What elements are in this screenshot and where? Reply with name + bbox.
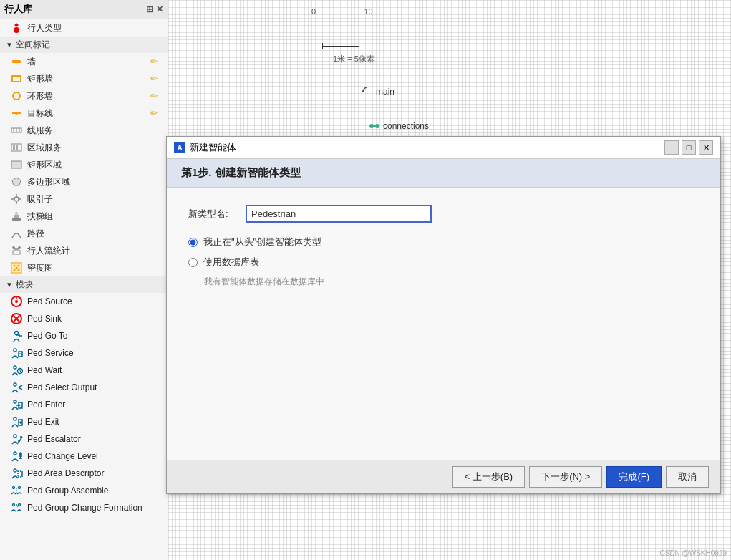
svg-rect-2 xyxy=(12,60,21,63)
path-label: 路径 xyxy=(27,228,44,240)
svg-line-51 xyxy=(19,385,22,387)
ped-change-level-icon xyxy=(10,450,23,463)
sidebar-item-ped-exit[interactable]: Ped Exit xyxy=(0,413,168,430)
svg-line-52 xyxy=(19,387,22,390)
dialog-maximize-button[interactable]: □ xyxy=(682,140,696,155)
sidebar-item-flow-stat[interactable]: 行人流统计 xyxy=(0,242,168,259)
radio-from-scratch-label: 我正在"从头"创建智能体类型 xyxy=(203,236,321,248)
sidebar-item-ped-area-descriptor[interactable]: Ped Area Descriptor xyxy=(0,465,168,482)
ped-select-output-label: Ped Select Output xyxy=(27,382,97,392)
scale-bar-ruler xyxy=(322,43,359,49)
sidebar-title: 行人库 xyxy=(4,3,32,16)
ruler-line xyxy=(323,46,359,47)
back-button[interactable]: < 上一步(B) xyxy=(452,466,526,488)
finish-button[interactable]: 完成(F) xyxy=(606,466,662,488)
sidebar-item-attractor[interactable]: 吸引子 xyxy=(0,190,168,208)
dialog-footer: < 上一步(B) 下一步(N) > 完成(F) 取消 xyxy=(167,460,720,493)
radio-from-scratch-input[interactable] xyxy=(188,238,198,247)
ped-escalator-label: Ped Escalator xyxy=(27,434,81,444)
sidebar-item-path[interactable]: 路径 xyxy=(0,225,168,242)
sidebar-item-wall[interactable]: 墙 ✏ xyxy=(0,53,168,70)
sidebar-item-escalator-group[interactable]: 扶梯组 xyxy=(0,208,168,225)
name-input[interactable] xyxy=(246,205,432,223)
ped-exit-label: Ped Exit xyxy=(27,417,59,427)
svg-point-71 xyxy=(14,469,16,472)
next-button[interactable]: 下一步(N) > xyxy=(529,466,602,488)
name-label: 新类型名: xyxy=(188,208,246,221)
sidebar-item-line-service[interactable]: 线服务 xyxy=(0,122,168,139)
sidebar-item-ped-types[interactable]: 行人类型 xyxy=(0,19,168,37)
sidebar-item-ped-group-assemble[interactable]: Ped Group Assemble xyxy=(0,482,168,499)
svg-point-61 xyxy=(14,435,16,438)
ring-wall-edit-icon[interactable]: ✏ xyxy=(150,91,158,101)
sidebar-grid-icon[interactable]: ⊞ xyxy=(146,4,153,14)
form-name-row: 新类型名: xyxy=(188,205,699,223)
svg-marker-15 xyxy=(12,178,21,185)
sidebar-item-target-line[interactable]: 目标线 ✏ xyxy=(0,105,168,122)
svg-point-32 xyxy=(18,269,20,271)
dialog-close-button[interactable]: ✕ xyxy=(699,140,713,155)
spatial-arrow-icon: ▼ xyxy=(6,41,13,49)
sidebar-item-ped-escalator[interactable]: Ped Escalator xyxy=(0,430,168,448)
sidebar-item-ped-change-level[interactable]: Ped Change Level xyxy=(0,448,168,465)
sidebar-item-density[interactable]: 密度图 xyxy=(0,259,168,276)
svg-rect-12 xyxy=(13,145,15,150)
flow-stat-label: 行人流统计 xyxy=(27,245,70,257)
radio-use-db[interactable]: 使用数据库表 xyxy=(188,256,699,269)
spatial-section-header[interactable]: ▼ 空间标记 xyxy=(0,37,168,53)
area-service-label: 区域服务 xyxy=(27,142,62,154)
svg-point-74 xyxy=(19,487,21,489)
dialog-body: 新类型名: 我正在"从头"创建智能体类型 使用数据库表 我有智能体数据存储在数据… xyxy=(167,188,720,460)
main-refresh-icon xyxy=(362,86,373,97)
radio-from-scratch[interactable]: 我正在"从头"创建智能体类型 xyxy=(188,236,699,248)
svg-point-77 xyxy=(19,504,21,506)
svg-rect-14 xyxy=(11,161,21,168)
svg-line-49 xyxy=(20,371,21,372)
modules-arrow-icon: ▼ xyxy=(6,281,13,289)
svg-point-40 xyxy=(15,332,19,335)
ped-types-label: 行人类型 xyxy=(27,22,62,34)
svg-point-16 xyxy=(14,197,19,201)
svg-point-57 xyxy=(14,417,16,420)
ped-goto-icon xyxy=(10,329,23,342)
sidebar-item-area-service[interactable]: 区域服务 xyxy=(0,139,168,156)
sidebar-item-rect-wall[interactable]: 矩形墙 ✏ xyxy=(0,70,168,87)
cancel-button[interactable]: 取消 xyxy=(666,466,709,488)
step-header-text: 第1步. 创建新智能体类型 xyxy=(181,166,301,178)
svg-point-0 xyxy=(15,24,19,27)
sidebar-item-ring-wall[interactable]: 环形墙 ✏ xyxy=(0,87,168,105)
sidebar-title-bar: 行人库 ⊞ ✕ xyxy=(0,0,168,19)
dialog-titlebar: A 新建智能体 ─ □ ✕ xyxy=(167,137,720,159)
radio-use-db-input[interactable] xyxy=(188,258,198,267)
sidebar-item-ped-enter[interactable]: Ped Enter xyxy=(0,396,168,413)
sidebar-item-polygon-area[interactable]: 多边形区域 xyxy=(0,173,168,190)
ped-source-icon xyxy=(10,295,23,308)
ped-types-icon xyxy=(10,21,23,34)
sidebar-item-ped-select-output[interactable]: Ped Select Output xyxy=(0,379,168,396)
dialog-title-text: 新建智能体 xyxy=(190,141,236,154)
svg-point-1 xyxy=(14,27,19,33)
modules-section-header[interactable]: ▼ 模块 xyxy=(0,276,168,293)
sidebar-item-ped-goto[interactable]: Ped Go To xyxy=(0,327,168,344)
rect-wall-edit-icon[interactable]: ✏ xyxy=(150,74,158,84)
ped-group-change-formation-label: Ped Group Change Formation xyxy=(27,503,142,513)
ped-wait-icon xyxy=(10,364,23,377)
svg-point-29 xyxy=(14,265,16,267)
sidebar-item-ped-sink[interactable]: Ped Sink xyxy=(0,310,168,327)
sidebar-item-ped-service[interactable]: Ped Service xyxy=(0,344,168,362)
rect-area-icon xyxy=(10,158,23,171)
wall-edit-icon[interactable]: ✏ xyxy=(150,57,158,67)
sidebar-item-ped-wait[interactable]: Ped Wait xyxy=(0,362,168,379)
line-service-icon xyxy=(10,124,23,137)
svg-point-46 xyxy=(14,366,16,369)
dialog-minimize-button[interactable]: ─ xyxy=(664,140,679,155)
sidebar-item-rect-area[interactable]: 矩形区域 xyxy=(0,156,168,173)
sidebar-item-ped-group-change-formation[interactable]: Ped Group Change Formation xyxy=(0,499,168,516)
target-line-edit-icon[interactable]: ✏ xyxy=(150,108,158,118)
polygon-area-icon xyxy=(10,175,23,188)
density-label: 密度图 xyxy=(27,262,53,274)
dialog-title-icon: A xyxy=(174,142,185,153)
sidebar-item-ped-source[interactable]: Ped Source xyxy=(0,293,168,310)
svg-rect-21 xyxy=(12,218,21,221)
sidebar-close-icon[interactable]: ✕ xyxy=(156,4,163,14)
